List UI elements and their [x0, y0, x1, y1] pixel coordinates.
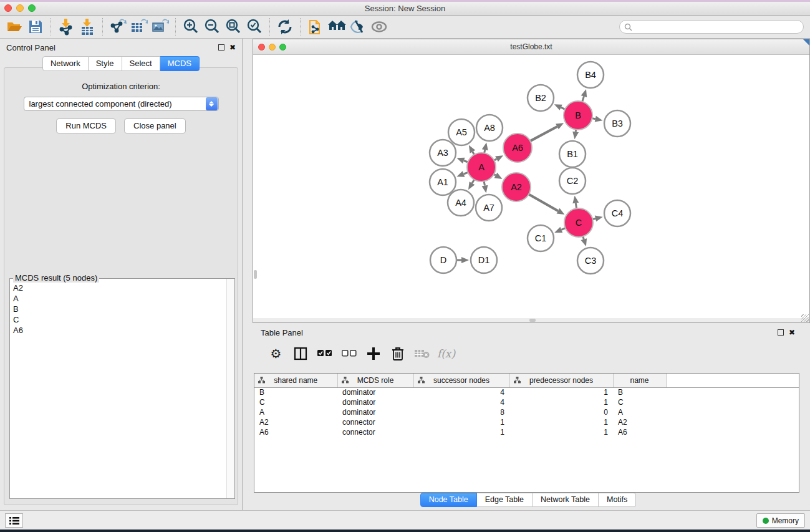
search-field[interactable]: [619, 20, 804, 34]
resize-grip[interactable]: [801, 314, 809, 322]
mcds-result-item[interactable]: B: [10, 304, 226, 314]
network-canvas[interactable]: B4B2BB3A5A8A6A3B1AA1C2A2A4A7CC4C1C3DD1: [253, 55, 809, 318]
zoom-in-icon[interactable]: [180, 17, 201, 37]
column-header-predecessor-nodes[interactable]: predecessor nodes: [509, 374, 613, 387]
float-panel-icon[interactable]: [218, 44, 224, 51]
horizontal-scroll-thumb[interactable]: [529, 319, 536, 322]
table-cell[interactable]: 4: [413, 387, 509, 397]
window-titlebar[interactable]: Session: New Session: [0, 2, 810, 16]
mcds-result-item[interactable]: A: [10, 293, 226, 304]
tab-node-table[interactable]: Node Table: [420, 493, 477, 507]
memory-button[interactable]: Memory: [756, 513, 805, 528]
save-session-icon[interactable]: [25, 17, 46, 37]
table-cell[interactable]: B: [613, 387, 666, 397]
table-settings-gear-icon[interactable]: ⚙: [264, 343, 288, 364]
mcds-result-item[interactable]: A6: [10, 325, 226, 336]
open-session-icon[interactable]: [4, 17, 25, 37]
minimize-network-button[interactable]: [269, 44, 276, 51]
import-network-icon[interactable]: [55, 17, 77, 37]
table-cell[interactable]: A2: [613, 417, 666, 427]
column-header-shared-name[interactable]: shared name: [254, 374, 337, 387]
graph-edge[interactable]: [582, 96, 584, 102]
table-cell[interactable]: B: [254, 387, 337, 397]
show-hide-eye-icon[interactable]: [369, 17, 390, 37]
table-cell[interactable]: 0: [509, 407, 613, 417]
close-panel-icon[interactable]: ✖: [229, 44, 236, 51]
search-input[interactable]: [635, 22, 803, 31]
table-cell[interactable]: 1: [413, 427, 509, 437]
zoom-fit-icon[interactable]: [223, 17, 244, 37]
table-cell[interactable]: A2: [254, 417, 337, 427]
graph-edge[interactable]: [561, 228, 565, 230]
add-column-icon[interactable]: [361, 343, 385, 364]
graphics-details-icon[interactable]: [347, 17, 369, 37]
table-row[interactable]: Bdominator41B: [254, 387, 799, 397]
close-network-button[interactable]: [258, 44, 265, 51]
tab-style[interactable]: Style: [89, 56, 122, 71]
graph-edge[interactable]: [529, 194, 558, 211]
table-row[interactable]: A2connector11A2: [254, 417, 799, 427]
table-row[interactable]: Adominator80A: [254, 407, 799, 417]
zoom-window-button[interactable]: [28, 4, 36, 12]
table-cell[interactable]: 4: [413, 397, 509, 407]
graph-edge[interactable]: [530, 127, 557, 141]
tab-select[interactable]: Select: [122, 56, 160, 71]
zoom-out-icon[interactable]: [201, 17, 223, 37]
table-cell[interactable]: connector: [337, 417, 413, 427]
import-table-icon[interactable]: [77, 17, 98, 37]
close-panel-button[interactable]: Close panel: [124, 118, 186, 133]
minimize-window-button[interactable]: [16, 4, 24, 12]
table-cell[interactable]: dominator: [337, 407, 413, 417]
table-row[interactable]: A6connector11A6: [254, 427, 799, 437]
mcds-result-item[interactable]: C: [10, 314, 226, 325]
graph-edge[interactable]: [472, 180, 474, 183]
mcds-result-item[interactable]: A2: [10, 283, 226, 293]
table-cell[interactable]: C: [254, 397, 337, 407]
deselect-all-icon[interactable]: [337, 343, 361, 364]
column-header-MCDS-role[interactable]: MCDS role: [337, 374, 413, 387]
table-cell[interactable]: dominator: [337, 397, 413, 407]
column-header-successor-nodes[interactable]: successor nodes: [413, 374, 509, 387]
table-cell[interactable]: connector: [337, 427, 413, 437]
close-window-button[interactable]: [4, 4, 12, 12]
new-network-from-selection-icon[interactable]: [305, 17, 326, 37]
graph-edge[interactable]: [464, 161, 468, 162]
task-history-button[interactable]: [5, 513, 23, 528]
table-cell[interactable]: dominator: [337, 387, 413, 397]
function-builder-icon[interactable]: f(x): [434, 343, 458, 364]
vertical-scroll-thumb[interactable]: [254, 270, 257, 279]
tab-mcds[interactable]: MCDS: [160, 56, 200, 71]
table-cell[interactable]: A: [254, 407, 337, 417]
result-scrollbar[interactable]: [226, 279, 234, 498]
tab-motifs[interactable]: Motifs: [599, 493, 636, 507]
graph-edge[interactable]: [484, 181, 485, 186]
node-table-grid[interactable]: shared nameMCDS rolesuccessor nodesprede…: [254, 374, 799, 437]
table-cell[interactable]: C: [613, 397, 666, 407]
table-cell[interactable]: 1: [509, 387, 613, 397]
table-cell[interactable]: 1: [509, 397, 613, 407]
tab-edge-table[interactable]: Edge Table: [477, 493, 533, 507]
export-network-icon[interactable]: [107, 17, 128, 37]
table-cell[interactable]: A: [613, 407, 666, 417]
criterion-dropdown[interactable]: largest connected component (directed): [24, 97, 219, 111]
mcds-result-list[interactable]: A2ABCA6: [10, 283, 226, 498]
export-image-icon[interactable]: [150, 17, 171, 37]
column-selector-icon[interactable]: [288, 343, 312, 364]
table-cell[interactable]: A6: [613, 427, 666, 437]
delete-table-icon[interactable]: [410, 343, 434, 364]
graph-edge[interactable]: [464, 172, 468, 174]
close-table-panel-icon[interactable]: ✖: [789, 329, 795, 336]
tab-network[interactable]: Network: [42, 56, 89, 71]
column-header-name[interactable]: name: [613, 374, 666, 387]
table-cell[interactable]: 8: [413, 407, 509, 417]
ndex-home-icon[interactable]: [326, 17, 347, 37]
tab-network-table[interactable]: Network Table: [533, 493, 599, 507]
table-cell[interactable]: 1: [509, 427, 613, 437]
table-cell[interactable]: 1: [509, 417, 613, 427]
table-cell[interactable]: 1: [413, 417, 509, 427]
table-row[interactable]: Cdominator41C: [254, 397, 799, 407]
run-mcds-button[interactable]: Run MCDS: [56, 118, 116, 133]
apply-layout-icon[interactable]: [274, 17, 296, 37]
delete-column-trash-icon[interactable]: [385, 343, 410, 364]
network-window-titlebar[interactable]: testGlobe.txt: [253, 39, 809, 55]
